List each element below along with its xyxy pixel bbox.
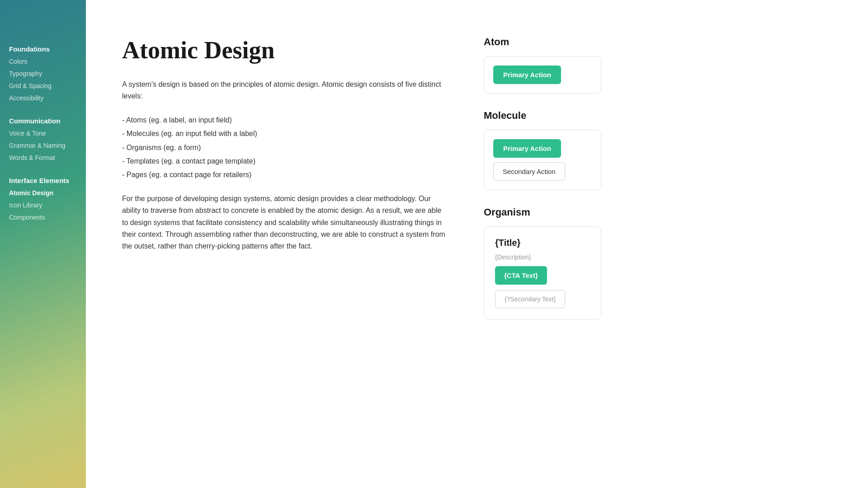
list-item: - Molecules (eg. an input field with a l… — [122, 127, 448, 141]
content-right: AtomPrimary ActionMoleculePrimary Action… — [484, 36, 601, 461]
design-level-atom: AtomPrimary Action — [484, 36, 601, 94]
main-content: Atomic Design A system's design is based… — [86, 0, 868, 488]
organism-card: {Title}{Description}{CTA Text}{?Secondar… — [484, 226, 601, 319]
design-level-title-molecule: Molecule — [484, 110, 601, 122]
design-level-title-atom: Atom — [484, 36, 601, 48]
sidebar-item-grid-spacing[interactable]: Grid & Spacing — [9, 80, 77, 92]
sidebar-item-components[interactable]: Components — [9, 211, 77, 224]
primary-action-button-molecule[interactable]: Primary Action — [493, 139, 561, 158]
list-item: - Atoms (eg. a label, an input field) — [122, 113, 448, 127]
organism-description: {Description} — [495, 253, 590, 261]
primary-action-button-atom[interactable]: Primary Action — [493, 66, 561, 84]
sidebar-section-label-interface-elements: Interface Elements — [9, 177, 77, 184]
list-item: - Organisms (eg. a form) — [122, 141, 448, 155]
sidebar-section-label-communication: Communication — [9, 117, 77, 125]
design-level-card-molecule: Primary ActionSecondary Action — [484, 130, 601, 190]
sidebar-item-words-format[interactable]: Words & Format — [9, 152, 77, 164]
page-title: Atomic Design — [122, 36, 448, 64]
sidebar-item-icon-library[interactable]: Icon Library — [9, 199, 77, 211]
sidebar-item-accessibility[interactable]: Accessibility — [9, 92, 77, 104]
secondary-action-button-molecule[interactable]: Secondary Action — [493, 162, 565, 181]
design-level-organism: Organism{Title}{Description}{CTA Text}{?… — [484, 206, 601, 319]
sidebar: FoundationsColorsTypographyGrid & Spacin… — [0, 0, 86, 488]
list-item: - Pages (eg. a contact page for retailer… — [122, 168, 448, 182]
content-left: Atomic Design A system's design is based… — [122, 36, 448, 461]
sidebar-section-label-foundations: Foundations — [9, 45, 77, 53]
organism-cta-button[interactable]: {CTA Text} — [495, 266, 547, 285]
organism-title: {Title} — [495, 238, 590, 248]
sidebar-item-voice-tone[interactable]: Voice & Tone — [9, 127, 77, 140]
page-body: For the purpose of developing design sys… — [122, 193, 448, 253]
sidebar-item-typography[interactable]: Typography — [9, 68, 77, 80]
design-level-molecule: MoleculePrimary ActionSecondary Action — [484, 110, 601, 190]
list-item: - Templates (eg. a contact page template… — [122, 155, 448, 168]
design-level-card-atom: Primary Action — [484, 56, 601, 94]
page-intro: A system's design is based on the princi… — [122, 79, 448, 103]
sidebar-item-colors[interactable]: Colors — [9, 56, 77, 68]
sidebar-item-grammar-naming[interactable]: Grammar & Naming — [9, 140, 77, 152]
page-list: - Atoms (eg. a label, an input field)- M… — [122, 113, 448, 182]
sidebar-item-atomic-design[interactable]: Atomic Design — [9, 187, 77, 199]
organism-secondary-button[interactable]: {?Secondary Text} — [495, 290, 565, 308]
design-level-title-organism: Organism — [484, 206, 601, 218]
